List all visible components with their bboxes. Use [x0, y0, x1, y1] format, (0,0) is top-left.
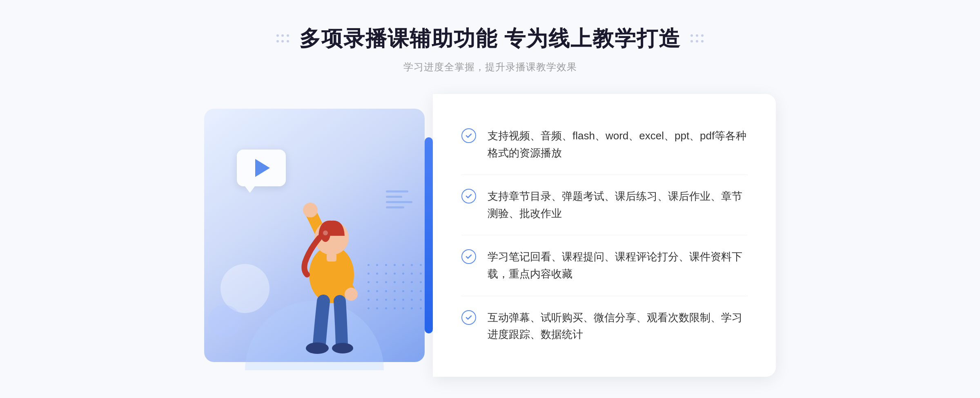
check-icon-1	[461, 128, 476, 143]
svg-point-1	[303, 203, 318, 217]
page-title: 多项录播课辅助功能 专为线上教学打造	[299, 25, 681, 53]
header-section: 多项录播课辅助功能 专为线上教学打造 学习进度全掌握，提升录播课教学效果	[0, 25, 980, 74]
feature-item-3: 学习笔记回看、课程提问、课程评论打分、课件资料下载，重点内容收藏	[461, 235, 747, 296]
person-illustration	[274, 156, 389, 362]
connector-bar	[425, 137, 433, 333]
title-decoration-right	[690, 34, 704, 43]
check-circle-4	[461, 310, 476, 325]
deco-circle-small	[208, 305, 241, 338]
svg-rect-7	[327, 253, 336, 262]
svg-point-8	[323, 230, 328, 235]
features-card: 支持视频、音频、flash、word、excel、ppt、pdf等各种格式的资源…	[433, 94, 776, 377]
main-content: 支持视频、音频、flash、word、excel、ppt、pdf等各种格式的资源…	[204, 94, 776, 377]
feature-text-1: 支持视频、音频、flash、word、excel、ppt、pdf等各种格式的资源…	[488, 127, 747, 161]
check-icon-3	[461, 249, 476, 264]
feature-item-1: 支持视频、音频、flash、word、excel、ppt、pdf等各种格式的资源…	[461, 114, 747, 175]
illustration-card	[204, 109, 425, 362]
feature-item-2: 支持章节目录、弹题考试、课后练习、课后作业、章节测验、批改作业	[461, 175, 747, 235]
feature-item-4: 互动弹幕、试听购买、微信分享、观看次数限制、学习进度跟踪、数据统计	[461, 296, 747, 356]
svg-point-5	[306, 342, 329, 354]
decorative-stripes	[386, 190, 412, 208]
check-circle-3	[461, 249, 476, 264]
check-icon-2	[461, 189, 476, 203]
feature-text-4: 互动弹幕、试听购买、微信分享、观看次数限制、学习进度跟踪、数据统计	[488, 309, 747, 343]
page-subtitle: 学习进度全掌握，提升录播课教学效果	[0, 60, 980, 74]
check-icon-4	[461, 310, 476, 325]
feature-text-2: 支持章节目录、弹题考试、课后练习、课后作业、章节测验、批改作业	[488, 188, 747, 222]
svg-point-6	[332, 343, 353, 353]
feature-text-3: 学习笔记回看、课程提问、课程评论打分、课件资料下载，重点内容收藏	[488, 248, 747, 282]
check-circle-1	[461, 128, 476, 143]
svg-point-2	[345, 288, 358, 301]
check-circle-2	[461, 189, 476, 203]
title-row: 多项录播课辅助功能 专为线上教学打造	[0, 25, 980, 53]
title-decoration-left	[276, 34, 290, 43]
play-icon	[255, 159, 270, 177]
bubble-tail	[245, 186, 255, 193]
